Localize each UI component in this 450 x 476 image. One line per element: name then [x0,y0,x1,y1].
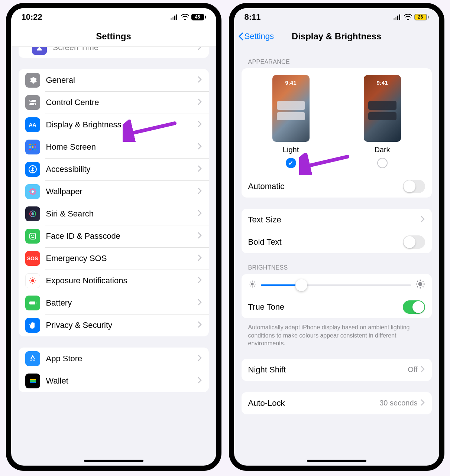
sos-icon: SOS [25,251,40,266]
svg-point-31 [31,235,32,236]
wallet-icon [25,374,40,388]
chevron-right-icon [198,165,202,173]
row-label: Screen Time [53,47,198,52]
home-indicator [307,460,366,462]
settings-group-store: App StoreWallet [19,348,209,392]
chevron-right-icon [198,277,202,285]
settings-row-emergency-sos[interactable]: SOSEmergency SOS [19,247,209,270]
display-scroll[interactable]: APPEARANCE 9:41 Light 9:41 [234,47,439,466]
row-label: Auto-Lock [248,398,380,408]
svg-point-33 [31,279,34,282]
phone-display-brightness: 8:11 26 Settings Display & Brightness [229,3,444,471]
chevron-right-icon [421,216,425,224]
svg-rect-0 [171,18,172,20]
chevron-right-icon [198,232,202,240]
svg-line-60 [254,282,255,283]
cellular-signal-icon [394,14,402,20]
svg-line-69 [423,281,423,281]
radio-dark[interactable] [377,158,388,168]
svg-rect-15 [32,149,33,150]
svg-point-21 [32,193,33,195]
svg-point-37 [35,280,36,281]
flower-icon [25,184,40,199]
svg-point-29 [31,212,34,215]
chevron-right-icon [198,47,202,52]
chevron-right-icon [198,210,202,218]
svg-rect-8 [29,144,31,145]
settings-row-exposure-notifications[interactable]: Exposure Notifications [19,270,209,292]
row-label: General [46,75,198,85]
settings-row-battery[interactable]: Battery [19,292,209,314]
svg-point-36 [29,280,30,281]
person-icon [25,162,40,177]
gear-icon [25,73,40,88]
settings-row-home-screen[interactable]: Home Screen [19,136,209,158]
settings-row-accessibility[interactable]: Accessibility [19,158,209,180]
aa-icon: AA [25,117,40,132]
settings-row-wallpaper[interactable]: Wallpaper [19,180,209,203]
face-icon [25,229,40,244]
chevron-right-icon [198,355,202,363]
appearance-group: 9:41 Light 9:41 Dark [242,68,432,198]
settings-row-wallet[interactable]: Wallet [19,370,209,392]
brightness-slider[interactable] [261,284,411,286]
row-label: Text Size [248,215,421,225]
settings-scroll[interactable]: Screen Time GeneralControl CentreAADispl… [11,47,216,466]
settings-row-display-brightness[interactable]: AADisplay & Brightness [19,114,209,136]
back-label: Settings [245,32,274,41]
settings-row-control-centre[interactable]: Control Centre [19,91,209,114]
svg-point-24 [30,189,32,191]
appearance-option-light[interactable]: 9:41 Light [272,75,310,168]
settings-row-general[interactable]: General [19,69,209,91]
svg-rect-1 [172,17,174,20]
toggle-bold-text[interactable] [403,235,425,249]
row-text-size[interactable]: Text Size [242,209,432,231]
appearance-option-dark[interactable]: 9:41 Dark [364,75,401,168]
siri-icon [25,206,40,221]
row-label: Face ID & Passcode [46,231,198,241]
toggle-automatic[interactable] [403,180,425,193]
svg-rect-11 [29,146,31,148]
row-true-tone[interactable]: True Tone [242,296,432,318]
svg-rect-47 [30,382,36,383]
status-bar: 10:22 45 [11,8,216,26]
row-automatic[interactable]: Automatic [242,175,432,198]
row-auto-lock[interactable]: Auto-Lock 30 seconds [242,392,432,414]
row-bold-text[interactable]: Bold Text [242,231,432,253]
hourglass-icon [32,47,47,55]
chevron-right-icon [198,143,202,151]
battery-icon: 26 [414,14,429,20]
settings-row-siri-search[interactable]: Siri & Search [19,203,209,225]
svg-line-61 [250,286,250,287]
settings-row-face-id-passcode[interactable]: Face ID & Passcode [19,225,209,247]
back-button[interactable]: Settings [238,26,274,46]
settings-row-app-store[interactable]: App Store [19,348,209,370]
toggle-true-tone[interactable] [403,300,425,314]
svg-rect-13 [35,146,36,148]
row-label: Wallpaper [46,187,198,196]
svg-rect-45 [30,379,36,380]
svg-line-70 [417,287,418,287]
svg-point-62 [418,282,422,286]
chevron-right-icon [198,76,202,84]
svg-rect-14 [29,149,31,150]
svg-point-20 [32,188,33,190]
svg-point-39 [34,278,35,279]
sun-small-icon [248,280,256,290]
svg-rect-30 [30,233,36,239]
svg-rect-10 [35,144,36,145]
auto-lock-group: Auto-Lock 30 seconds [242,392,432,414]
row-label: Automatic [248,182,403,191]
radio-light-checked[interactable] [286,158,296,168]
row-screen-time-peek[interactable]: Screen Time [19,47,209,58]
row-label: Accessibility [46,164,198,174]
chevron-right-icon [198,321,202,329]
svg-rect-12 [32,146,33,148]
settings-row-privacy-security[interactable]: Privacy & Security [19,314,209,336]
chevron-right-icon [198,377,202,385]
exn-icon [25,273,40,288]
row-value: 30 seconds [379,399,417,407]
row-night-shift[interactable]: Night Shift Off [242,359,432,381]
svg-point-32 [33,235,34,236]
appearance-label-dark: Dark [374,146,390,154]
